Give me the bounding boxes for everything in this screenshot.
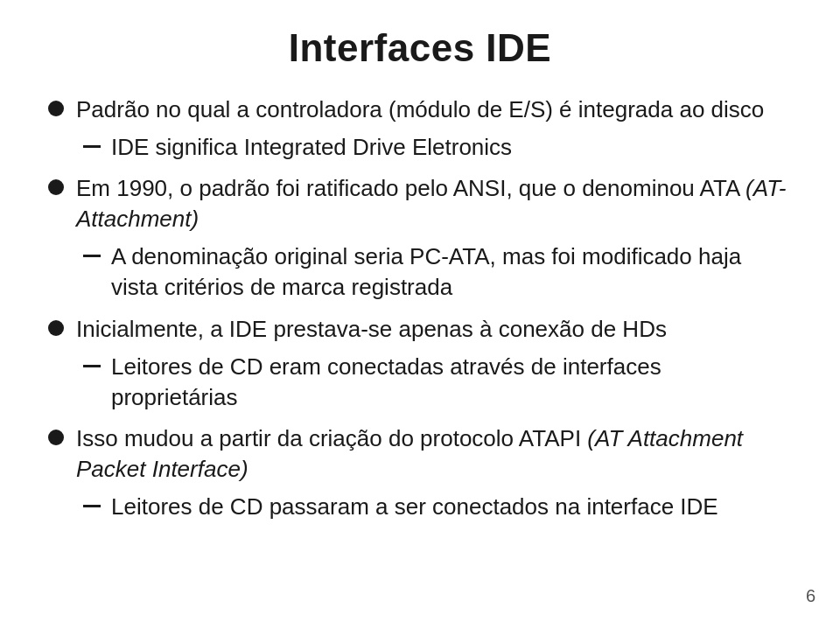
bullet-text-2: Em 1990, o padrão foi ratificado pelo AN… [76,173,792,234]
bullet-item-2: Em 1990, o padrão foi ratificado pelo AN… [48,173,792,234]
bullet-sub-4a: Leitores de CD passaram a ser conectados… [48,492,792,522]
slide-container: Interfaces IDE Padrão no qual a controla… [0,0,840,622]
bullet-text-1: Padrão no qual a controladora (módulo de… [76,94,792,125]
bullet-text-3: Inicialmente, a IDE prestava-se apenas à… [76,314,792,345]
bullet-sub-1a: IDE significa Integrated Drive Eletronic… [48,132,792,163]
bullet-subtext-2a: A denominação original seria PC-ATA, mas… [111,241,792,303]
bullet-subtext-3a: Leitores de CD eram conectadas através d… [111,352,792,413]
bullet-text-4: Isso mudou a partir da criação do protoc… [76,423,792,485]
bullet-sub-3a: Leitores de CD eram conectadas através d… [48,352,792,413]
bullet-dash-1a [83,145,101,148]
bullet-dot-1 [48,101,64,116]
bullet-dash-2a [83,255,101,257]
bullet-dash-3a [83,365,101,367]
bullet-item-1: Padrão no qual a controladora (módulo de… [48,94,792,125]
bullet-dot-4 [48,430,64,445]
keyword-interfaces: interfaces [563,353,662,380]
content-area: Padrão no qual a controladora (módulo de… [48,94,792,587]
bullet-subtext-1a: IDE significa Integrated Drive Eletronic… [111,132,792,163]
slide-title: Interfaces IDE [48,26,792,70]
bullet-sub-2a: A denominação original seria PC-ATA, mas… [48,241,792,303]
slide-number: 6 [806,586,816,606]
bullet-dot-3 [48,320,64,336]
bullet-item-3: Inicialmente, a IDE prestava-se apenas à… [48,314,792,345]
bullet-dash-4a [83,505,101,507]
bullet-dot-2 [48,179,64,195]
bullet-subtext-4a: Leitores de CD passaram a ser conectados… [111,492,792,522]
bullet-item-4: Isso mudou a partir da criação do protoc… [48,423,792,485]
